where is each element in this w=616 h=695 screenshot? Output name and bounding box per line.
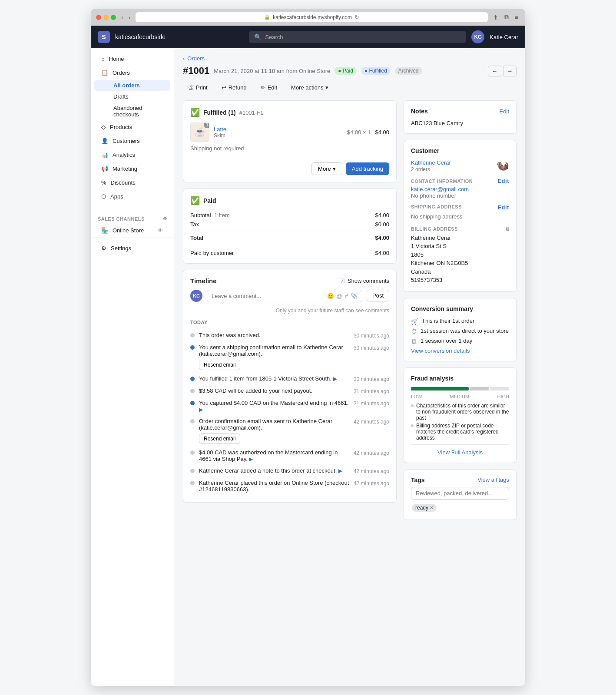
customer-name-link[interactable]: Katherine Cerar bbox=[411, 159, 493, 166]
subtotal-amount: $4.00 bbox=[375, 212, 389, 218]
fulfillment-id: #1001-F1 bbox=[239, 109, 264, 116]
shop-logo: S bbox=[98, 31, 110, 43]
sidebar-sub-abandoned[interactable]: Abandoned checkouts bbox=[94, 103, 170, 120]
order-icon: 🛒 bbox=[411, 318, 418, 325]
timeline-card: Timeline ☑ Show comments KC bbox=[183, 270, 397, 503]
billing-address: Katherine Cerar 1 Victoria St S 1805 Kit… bbox=[411, 234, 509, 285]
search-icon: 🔍 bbox=[254, 33, 262, 40]
sidebar-item-settings[interactable]: ⚙ Settings bbox=[94, 242, 170, 255]
resend-email-btn-2[interactable]: Resend email bbox=[199, 434, 240, 444]
add-channel-icon[interactable]: ⊕ bbox=[163, 216, 167, 222]
edit-btn[interactable]: ✏ Edit bbox=[255, 82, 282, 93]
timeline-event: This order was archived. 30 minutes ago bbox=[190, 329, 389, 341]
product-name[interactable]: Latte bbox=[214, 126, 343, 132]
user-name: Katie Cerar bbox=[490, 34, 518, 40]
emoji-icon[interactable]: 🙂 bbox=[327, 293, 334, 299]
sidebar-item-discounts[interactable]: % Discounts bbox=[94, 176, 170, 189]
print-btn[interactable]: 🖨 Print bbox=[183, 82, 213, 93]
add-tracking-btn[interactable]: Add tracking bbox=[346, 162, 389, 175]
event-time: 31 minutes ago bbox=[354, 387, 389, 394]
sidebar-item-analytics[interactable]: 📊 Analytics bbox=[94, 148, 170, 162]
view-all-tags-btn[interactable]: View all tags bbox=[477, 477, 509, 483]
sidebar-item-products[interactable]: ◇ Products bbox=[94, 120, 170, 134]
view-conversion-link[interactable]: View conversion details bbox=[411, 348, 509, 354]
hashtag-icon[interactable]: # bbox=[345, 293, 348, 299]
sidebar-label-home: Home bbox=[109, 56, 124, 62]
marketing-icon: 📢 bbox=[101, 165, 108, 172]
timeline-dot bbox=[190, 333, 195, 338]
tag-remove-btn[interactable]: × bbox=[430, 505, 433, 511]
contact-edit-btn[interactable]: Edit bbox=[497, 178, 509, 184]
shipping-edit-btn[interactable]: Edit bbox=[497, 204, 509, 211]
sidebar-item-customers[interactable]: 👤 Customers bbox=[94, 134, 170, 148]
timeline-dot bbox=[190, 450, 195, 455]
clock-icon: ⏱ bbox=[411, 328, 417, 335]
timeline-event: $4.00 CAD was authorized on the Masterca… bbox=[190, 447, 389, 465]
sidebar-item-home[interactable]: ⌂ Home bbox=[94, 52, 170, 66]
sidebar-sub-all-orders[interactable]: All orders bbox=[94, 80, 170, 91]
timeline-event: Order confirmation email was sent to Kat… bbox=[190, 415, 389, 447]
browser-back-btn[interactable]: ‹ bbox=[119, 13, 125, 22]
fraud-item-text: Characteristics of this order are simila… bbox=[416, 403, 509, 421]
expand-arrow[interactable]: ▶ bbox=[249, 456, 253, 462]
sidebar-item-orders[interactable]: 📋 Orders bbox=[94, 66, 170, 79]
show-comments-toggle[interactable]: ☑ Show comments bbox=[339, 278, 389, 285]
fulfilled-icon: ✅ bbox=[190, 108, 200, 117]
sidebar-item-marketing[interactable]: 📢 Marketing bbox=[94, 162, 170, 175]
more-actions-btn[interactable]: More actions ▾ bbox=[286, 82, 334, 93]
no-phone-text: No phone number bbox=[411, 192, 509, 199]
tags-input[interactable] bbox=[411, 487, 509, 500]
refund-btn[interactable]: ↩ Refund bbox=[216, 82, 252, 93]
timeline-dot bbox=[190, 401, 195, 405]
conversion-item2: 1st session was direct to your store bbox=[421, 328, 509, 334]
fraud-title: Fraud analysis bbox=[411, 375, 454, 382]
breadcrumb[interactable]: ‹ Orders bbox=[183, 55, 517, 62]
event-text: You fulfilled 1 item from 1805-1 Victori… bbox=[199, 375, 337, 382]
event-text: $3.58 CAD will be added to your next pay… bbox=[199, 387, 312, 394]
copy-address-icon[interactable]: ⧉ bbox=[506, 226, 510, 232]
monitor-icon: 🖥 bbox=[411, 338, 417, 345]
sidebar-item-apps[interactable]: ⬡ Apps bbox=[94, 190, 170, 203]
post-comment-btn[interactable]: Post bbox=[367, 290, 389, 301]
timeline-day-label: TODAY bbox=[190, 320, 389, 325]
view-full-analysis-btn[interactable]: View Full Analysis bbox=[411, 444, 509, 456]
next-order-btn[interactable]: → bbox=[503, 66, 517, 76]
customer-orders: 2 orders bbox=[411, 166, 430, 172]
analytics-icon: 📊 bbox=[101, 152, 108, 158]
more-btn[interactable]: More ▾ bbox=[311, 162, 342, 175]
prev-order-btn[interactable]: ← bbox=[488, 66, 501, 76]
notes-edit-btn[interactable]: Edit bbox=[500, 108, 509, 115]
event-time: 30 minutes ago bbox=[354, 344, 389, 351]
browser-menu-btn[interactable]: ≡ bbox=[513, 13, 520, 22]
browser-share-btn[interactable]: ⬆ bbox=[491, 13, 500, 22]
badge-paid: ● Paid bbox=[334, 67, 357, 75]
timeline-dot bbox=[190, 481, 195, 485]
expand-arrow[interactable]: ▶ bbox=[333, 376, 337, 382]
tags-card: Tags View all tags ready × bbox=[404, 469, 517, 520]
sidebar-label-orders: Orders bbox=[113, 70, 130, 76]
browser-new-tab-btn[interactable]: ⧉ bbox=[503, 13, 510, 22]
page-subtitle: March 21, 2020 at 11:18 am from Online S… bbox=[214, 68, 330, 74]
timeline-title: Timeline bbox=[190, 277, 217, 285]
eye-icon[interactable]: 👁 bbox=[158, 227, 163, 234]
sidebar: ⌂ Home 📋 Orders All orders Drafts Abando… bbox=[91, 48, 174, 686]
resend-email-btn[interactable]: Resend email bbox=[199, 360, 240, 370]
event-time: 42 minutes ago bbox=[354, 449, 389, 456]
comment-input[interactable] bbox=[212, 293, 324, 299]
mention-icon[interactable]: @ bbox=[337, 293, 342, 299]
timeline-event: You captured $4.00 CAD on the Mastercard… bbox=[190, 397, 389, 415]
search-input[interactable] bbox=[265, 34, 461, 40]
timeline-dot bbox=[190, 419, 195, 424]
timeline-events: This order was archived. 30 minutes ago bbox=[190, 329, 389, 495]
expand-arrow[interactable]: ▶ bbox=[199, 407, 203, 413]
attach-icon[interactable]: 📎 bbox=[351, 293, 358, 299]
expand-arrow[interactable]: ▶ bbox=[338, 468, 342, 474]
sidebar-label-settings: Settings bbox=[111, 245, 131, 252]
fraud-bar-low bbox=[411, 387, 469, 391]
event-time: 30 minutes ago bbox=[354, 375, 389, 382]
browser-forward-btn[interactable]: › bbox=[127, 13, 132, 22]
sidebar-sub-drafts[interactable]: Drafts bbox=[94, 91, 170, 102]
timeline-dot bbox=[190, 469, 195, 473]
event-text: Katherine Cerar added a note to this ord… bbox=[199, 467, 342, 474]
customer-email[interactable]: katie.cerar@gmail.com bbox=[411, 186, 469, 192]
